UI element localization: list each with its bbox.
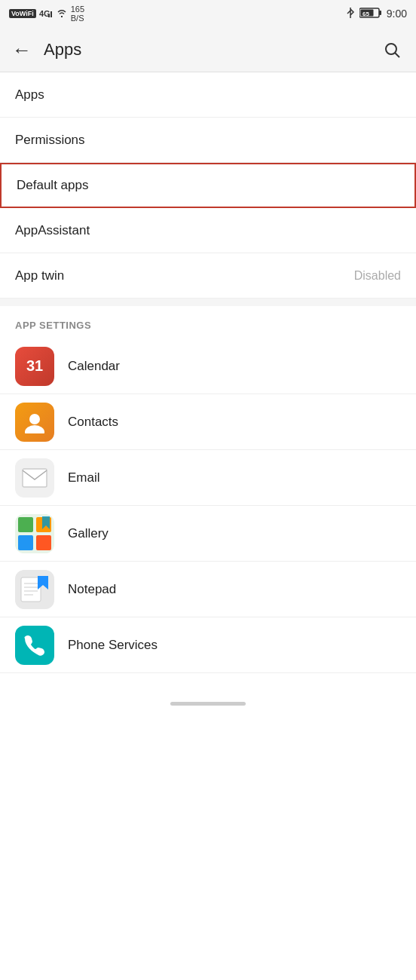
phone-services-label: Phone Services [68, 638, 158, 653]
svg-point-10 [25, 425, 44, 433]
menu-item-default-apps[interactable]: Default apps [0, 163, 416, 208]
speed-display: 165 B/S [71, 5, 84, 23]
status-bar: VoWiFi 4G 165 B/S [0, 0, 416, 27]
svg-rect-11 [23, 469, 47, 487]
app-item-calendar[interactable]: 31 Calendar [0, 338, 416, 394]
email-label: Email [68, 470, 100, 485]
page-title: Apps [44, 40, 404, 60]
signal-strength: 4G [39, 7, 53, 20]
app-item-notepad[interactable]: Notepad [0, 562, 416, 617]
menu-item-app-twin[interactable]: App twin Disabled [0, 253, 416, 299]
bottom-bar-area [0, 673, 416, 733]
phone-services-icon [15, 626, 54, 665]
vowifi-badge: VoWiFi [9, 9, 36, 18]
email-icon [15, 458, 54, 498]
search-button[interactable] [380, 38, 404, 62]
calendar-icon: 31 [15, 347, 54, 386]
gallery-label: Gallery [68, 526, 109, 541]
menu-item-default-apps-label: Default apps [17, 178, 88, 193]
calendar-label: Calendar [68, 359, 120, 374]
svg-line-8 [395, 53, 399, 57]
svg-text:65: 65 [362, 11, 369, 17]
menu-item-appassistant[interactable]: AppAssistant [0, 208, 416, 253]
svg-point-7 [386, 44, 396, 54]
home-indicator [170, 702, 246, 706]
notepad-label: Notepad [68, 582, 116, 597]
svg-point-9 [29, 414, 40, 424]
contacts-label: Contacts [68, 415, 118, 430]
back-button[interactable]: ← [12, 40, 32, 60]
time-display: 9:00 [387, 8, 407, 20]
menu-item-app-twin-label: App twin [15, 268, 64, 283]
wifi-icon [56, 8, 68, 20]
menu-item-app-twin-value: Disabled [354, 269, 401, 283]
gallery-icon [15, 514, 54, 553]
app-item-gallery[interactable]: Gallery [0, 506, 416, 562]
app-item-email[interactable]: Email [0, 450, 416, 506]
menu-item-permissions-label: Permissions [15, 133, 85, 148]
bluetooth-icon [346, 7, 355, 21]
menu-item-permissions[interactable]: Permissions [0, 118, 416, 163]
svg-rect-2 [50, 11, 52, 17]
app-header: ← Apps [0, 27, 416, 72]
app-settings-header: APP SETTINGS [0, 306, 416, 338]
battery-indicator: 65 [359, 7, 382, 21]
app-item-contacts[interactable]: Contacts [0, 394, 416, 450]
svg-rect-16 [36, 535, 51, 550]
status-right: 65 9:00 [346, 7, 407, 21]
calendar-number: 31 [26, 357, 43, 375]
menu-item-appassistant-label: AppAssistant [15, 223, 90, 238]
menu-item-apps[interactable]: Apps [0, 72, 416, 118]
svg-rect-15 [18, 535, 33, 550]
section-spacer [0, 299, 416, 306]
status-left: VoWiFi 4G 165 B/S [9, 5, 84, 23]
svg-rect-1 [48, 14, 50, 17]
app-item-phone-services[interactable]: Phone Services [0, 617, 416, 673]
svg-rect-13 [18, 517, 33, 532]
menu-item-apps-label: Apps [15, 87, 44, 103]
contacts-icon [15, 403, 54, 442]
notepad-icon [15, 570, 54, 609]
svg-rect-4 [379, 11, 381, 15]
